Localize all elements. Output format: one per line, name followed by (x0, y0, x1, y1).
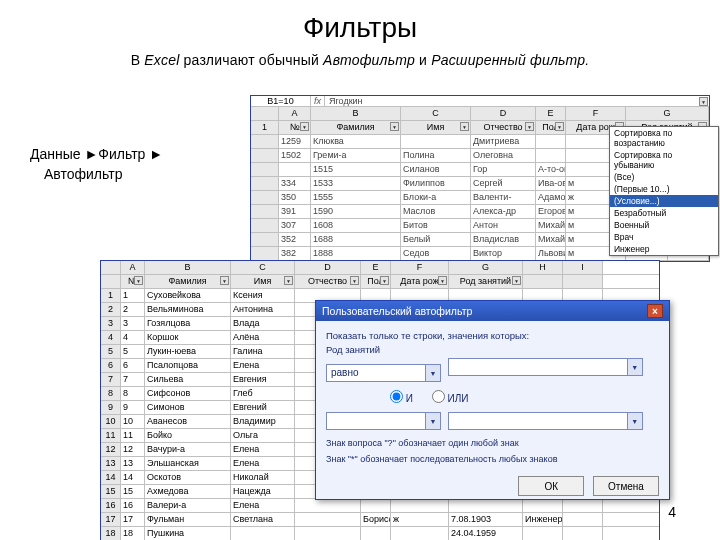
cell[interactable]: Елена (231, 359, 295, 372)
formula-bar[interactable]: Ягодкин (325, 96, 709, 106)
cell[interactable] (536, 135, 566, 148)
cell[interactable] (295, 527, 361, 540)
cell[interactable]: 1515 (311, 163, 401, 176)
filter-icon[interactable] (525, 122, 534, 131)
chevron-down-icon[interactable] (425, 365, 440, 381)
row-num[interactable]: 9 (101, 401, 121, 414)
radio-or[interactable]: ИЛИ (432, 393, 469, 404)
row-num[interactable]: 10 (101, 415, 121, 428)
cell[interactable]: 15 (121, 485, 145, 498)
filter-option[interactable]: Инженер (610, 243, 718, 255)
cell[interactable]: 1 (121, 289, 145, 302)
cell[interactable]: Вельяминова (145, 303, 231, 316)
cell[interactable]: Псалопцова (145, 359, 231, 372)
cell[interactable]: Филиппов (401, 177, 471, 190)
filter-icon[interactable] (134, 276, 143, 285)
cell[interactable]: Алёна (231, 331, 295, 344)
cell[interactable] (251, 191, 279, 204)
cell[interactable]: Силанов (401, 163, 471, 176)
cell[interactable] (251, 247, 279, 260)
cell[interactable]: Лукин-юева (145, 345, 231, 358)
cell[interactable]: 14 (121, 471, 145, 484)
row-num[interactable]: 2 (101, 303, 121, 316)
cell[interactable]: Антонина (231, 303, 295, 316)
cell[interactable]: Елена (231, 457, 295, 470)
filter-header[interactable]: Фамилия (311, 121, 401, 134)
filter-header[interactable]: Фамилия (145, 275, 231, 288)
cell[interactable] (231, 527, 295, 540)
cell[interactable] (251, 205, 279, 218)
cell[interactable]: 1608 (311, 219, 401, 232)
cell[interactable]: Адамовна (536, 191, 566, 204)
filter-header[interactable]: Пол (361, 275, 391, 288)
filter-header[interactable] (101, 275, 121, 288)
cancel-button[interactable]: Отмена (593, 476, 659, 496)
cell[interactable] (536, 149, 566, 162)
cell[interactable]: Ольга (231, 429, 295, 442)
filter-option[interactable]: Сортировка по убыванию (610, 149, 718, 171)
cell[interactable]: 334 (279, 177, 311, 190)
cell[interactable]: 382 (279, 247, 311, 260)
filter-option[interactable]: (Первые 10...) (610, 183, 718, 195)
cell[interactable]: Михайлович (536, 219, 566, 232)
row-num[interactable]: 7 (101, 373, 121, 386)
filter-header[interactable]: Имя (401, 121, 471, 134)
cell[interactable] (251, 135, 279, 148)
filter-option[interactable]: Военный (610, 219, 718, 231)
cell[interactable]: Ива-ович (536, 177, 566, 190)
row-num[interactable]: 5 (101, 345, 121, 358)
cell[interactable]: Клюква (311, 135, 401, 148)
row-num[interactable]: 15 (101, 485, 121, 498)
col-letter[interactable]: F (391, 261, 449, 274)
col-letter[interactable]: D (471, 107, 536, 120)
col-letter[interactable]: D (295, 261, 361, 274)
row-num[interactable]: 16 (101, 499, 121, 512)
cell[interactable]: Евгения (231, 373, 295, 386)
col-letter[interactable] (251, 107, 279, 120)
cell[interactable]: 307 (279, 219, 311, 232)
chevron-down-icon[interactable] (425, 413, 440, 429)
cell[interactable]: 5 (121, 345, 145, 358)
operator-1-combo[interactable]: равно (326, 364, 441, 382)
cell[interactable]: 12 (121, 443, 145, 456)
filter-icon[interactable] (380, 276, 389, 285)
filter-icon[interactable] (555, 122, 564, 131)
col-letter[interactable]: A (121, 261, 145, 274)
cell[interactable]: 1590 (311, 205, 401, 218)
value-1-combo[interactable] (448, 358, 643, 376)
filter-option[interactable]: (Все) (610, 171, 718, 183)
filter-icon[interactable] (512, 276, 521, 285)
filter-header[interactable]: Дата рож (391, 275, 449, 288)
filter-header[interactable]: Род занятий (449, 275, 523, 288)
cell[interactable]: 352 (279, 233, 311, 246)
cell[interactable]: Ксения (231, 289, 295, 302)
dialog-titlebar[interactable]: Пользовательский автофильтр × (316, 301, 669, 321)
cell[interactable]: 1688 (311, 233, 401, 246)
col-letter[interactable]: G (449, 261, 523, 274)
cell[interactable]: Алекса-др (471, 205, 536, 218)
row-num[interactable]: 13 (101, 457, 121, 470)
col-letter[interactable]: C (231, 261, 295, 274)
cell[interactable]: Дмитриева (471, 135, 536, 148)
cell[interactable] (361, 527, 391, 540)
cell[interactable]: Оскотов (145, 471, 231, 484)
radio-and[interactable]: И (390, 393, 413, 404)
cell[interactable] (401, 135, 471, 148)
cell[interactable] (251, 219, 279, 232)
cell[interactable]: 13 (121, 457, 145, 470)
cell[interactable]: Борисовна (361, 513, 391, 526)
cell[interactable]: Фульман (145, 513, 231, 526)
cell[interactable]: Сифсонов (145, 387, 231, 400)
cell[interactable] (279, 163, 311, 176)
col-letter[interactable]: G (626, 107, 709, 120)
cell[interactable]: 9 (121, 401, 145, 414)
cell[interactable]: Нацежда (231, 485, 295, 498)
cell[interactable]: Елена (231, 443, 295, 456)
cell[interactable]: Елена (231, 499, 295, 512)
filter-header[interactable] (563, 275, 603, 288)
filter-icon[interactable] (284, 276, 293, 285)
chevron-down-icon[interactable] (627, 413, 642, 429)
cell[interactable] (391, 527, 449, 540)
filter-icon[interactable] (460, 122, 469, 131)
cell[interactable]: Инженер (523, 513, 563, 526)
